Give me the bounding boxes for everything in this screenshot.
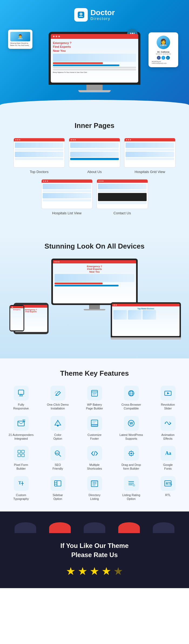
feature-icon-wpbakery: [87, 386, 102, 401]
feature-icon-pixel: [14, 446, 29, 461]
page-preview-top-doctors: [14, 138, 65, 168]
feature-icon-color: [50, 416, 65, 431]
pages-grid-row1: Top Doctors About Us: [5, 138, 184, 174]
page-thumb-top-doctors: Top Doctors: [14, 138, 65, 174]
svg-point-19: [57, 425, 59, 426]
feature-label-seo: SEOFriendly: [52, 463, 63, 471]
feature-label-directory: DirectoryListing: [89, 493, 100, 501]
feature-label-crossbrowser: Cross-BrowserCompatible: [122, 403, 141, 411]
feature-item-wordpress: W Latest WordPressSupports: [116, 416, 147, 441]
feature-label-typography: CustomTypography: [13, 493, 29, 501]
feature-icon-rtl: RTL: [161, 476, 176, 491]
feature-icon-seo: SEO: [50, 446, 65, 461]
feature-label-demo: One-Click DemoInstallation: [47, 403, 69, 411]
feature-item-shortcodes: MultipleShortcodes: [79, 446, 110, 471]
svg-marker-16: [167, 392, 170, 394]
page-label-hospitals-list: Hospitals List View: [41, 211, 93, 215]
feature-icon-autoresponders: 21: [14, 416, 29, 431]
rating-section: If You Like Our ThemePlease Rate Us ★ ★ …: [0, 511, 189, 588]
feature-label-revolution: RevolutionSlider: [161, 403, 175, 411]
feature-icon-sidebar: [50, 476, 65, 491]
svg-rect-32: [18, 454, 21, 457]
feature-item-pixel: Pixel FormBuilder: [5, 446, 37, 471]
facebook-icon: f: [157, 56, 161, 60]
page-preview-hospitals-list: [41, 179, 93, 209]
page-label-about-us: About Us: [69, 170, 120, 174]
feature-item-crossbrowser: Cross-BrowserCompatible: [116, 386, 147, 411]
svg-rect-31: [22, 450, 24, 453]
logo-main-text: Doctor: [90, 9, 115, 16]
feature-item-fonts: Aa GoogleFonts: [152, 446, 184, 471]
features-title: Theme Key Features: [5, 369, 184, 378]
feature-icon-footer: [87, 416, 102, 431]
svg-text:21: 21: [22, 419, 25, 422]
blog-image: 👨‍⚕️: [10, 32, 30, 41]
desktop-stand: [89, 305, 100, 309]
svg-rect-42: [55, 481, 61, 486]
laptop-frame: Top Rated Doctors: [111, 302, 181, 337]
feature-item-dragdrop: Drag and Dropform Builder: [116, 446, 147, 471]
svg-text:W: W: [129, 421, 133, 425]
desktop-screen: Emergency ?Find ExpertsNear You: [53, 260, 136, 303]
bump-4: [118, 522, 140, 533]
svg-rect-8: [93, 393, 96, 394]
monitor-frame: Emergency ?Find ExpertsNear You Bring Vi…: [49, 32, 140, 85]
feature-label-wpbakery: WP BakeryPage Builder: [86, 403, 103, 411]
feature-label-dragdrop: Drag and Dropform Builder: [122, 463, 141, 471]
svg-rect-50: [91, 481, 98, 482]
linkedin-icon: in: [166, 56, 170, 60]
feature-label-color: ColorOption: [53, 433, 62, 441]
hero-content: 👨‍⚕️ Wearing Mask Should be Better For Y…: [5, 27, 184, 97]
monitor-base: [78, 90, 111, 92]
star-1: ★: [66, 565, 76, 577]
doctor-card: 👩‍⚕️ Dr. Cathena M.B.B.S. SURGEON f t in…: [148, 32, 178, 67]
page-preview-hospitals-grid: [124, 138, 176, 168]
feature-icon-wordpress: W: [124, 416, 139, 431]
monitor-screen: Emergency ?Find ExpertsNear You Bring Vi…: [51, 34, 138, 83]
bump-1: [15, 522, 36, 533]
inner-pages-section: Inner Pages Top Doctors: [0, 111, 189, 231]
star-3: ★: [90, 565, 99, 577]
feature-icon-responsive: [14, 386, 29, 401]
svg-text:T: T: [18, 480, 21, 485]
feature-item-rtl: RTL RTL: [152, 476, 184, 501]
features-grid: FullyResponsive One-Click DemoInstallati…: [5, 386, 184, 501]
laptop-device: Top Rated Doctors: [111, 302, 181, 340]
logo-text: Doctor Directory: [90, 9, 115, 21]
page-thumb-about-us: About Us: [69, 138, 120, 174]
phone-screen: Emergency: [10, 306, 23, 330]
star-rating: ★ ★ ★ ★ ★: [5, 565, 184, 577]
page-preview-contact: [97, 179, 148, 209]
svg-text:Aa: Aa: [165, 450, 171, 456]
feature-label-wordpress: Latest WordPressSupports: [119, 433, 143, 441]
logo-sub-text: Directory: [90, 16, 115, 21]
laptop-base: [111, 337, 181, 340]
feature-icon-fonts: Aa: [161, 446, 176, 461]
devices-mockup: Emergency ?Find ExpertsNear You Emergenc…: [5, 259, 184, 340]
svg-rect-2: [18, 390, 24, 394]
feature-icon-animation: [161, 416, 176, 431]
feature-label-pixel: Pixel FormBuilder: [14, 463, 28, 471]
monitor-stand: [86, 85, 103, 90]
feature-label-footer: CustomizeFooter: [87, 433, 102, 441]
screen-topbar: [51, 34, 138, 39]
feature-item-demo: One-Click DemoInstallation: [42, 386, 73, 411]
feature-icon-crossbrowser: [124, 386, 139, 401]
feature-icon-directory: [87, 476, 102, 491]
star-2: ★: [78, 565, 87, 577]
screen-subtext: Bring Vigilance To Your Home In Just One…: [53, 72, 136, 73]
page-label-contact: Contact Us: [97, 211, 148, 215]
page-preview-about-us: [69, 138, 120, 168]
bump-2: [49, 522, 71, 533]
feature-label-autoresponders: 21 AutorespondersIntegrated: [9, 433, 33, 441]
feature-item-seo: SEO SEOFriendly: [42, 446, 73, 471]
monitor-mockup: W Emergency ?Find ExpertsNear You Bring …: [43, 32, 146, 92]
svg-point-5: [55, 395, 56, 396]
bump-3: [84, 522, 105, 533]
feature-label-responsive: FullyResponsive: [13, 403, 29, 411]
svg-rect-9: [93, 395, 95, 395]
wave-bumps: [5, 522, 184, 533]
feature-icon-rating: [124, 476, 139, 491]
feature-label-rating: Listing RatingOption: [122, 493, 140, 501]
page-thumb-hospitals-grid: Hospitals Grid View: [124, 138, 176, 174]
